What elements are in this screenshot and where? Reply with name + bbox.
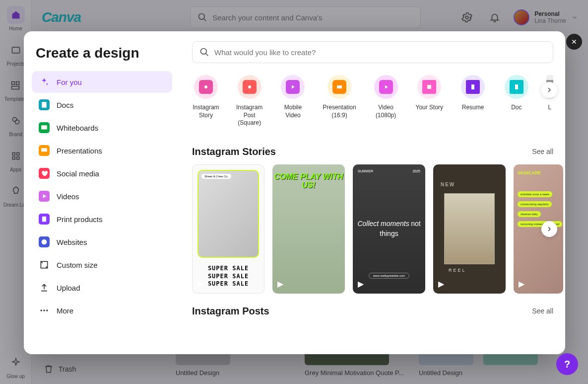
nav-upload[interactable]: Upload bbox=[32, 277, 172, 299]
modal-sidebar: Create a design For you Docs Whiteboards… bbox=[24, 31, 180, 354]
nav-websites[interactable]: Websites bbox=[32, 231, 172, 253]
nav-label: Social media bbox=[57, 169, 99, 178]
type-doc[interactable]: Doc bbox=[503, 75, 530, 127]
svg-point-18 bbox=[41, 309, 42, 311]
stories-scroll-right[interactable] bbox=[541, 221, 557, 237]
nav-label: More bbox=[57, 307, 73, 315]
heart-icon bbox=[39, 168, 50, 179]
more-icon bbox=[39, 305, 50, 316]
create-design-modal: Create a design For you Docs Whiteboards… bbox=[24, 31, 565, 354]
type-label: Your Story bbox=[416, 104, 444, 112]
story-pill: cleanse daily bbox=[518, 211, 541, 217]
type-label: Instagram Post (Square) bbox=[236, 104, 263, 127]
story-pill: exfoliate once a week bbox=[518, 191, 552, 197]
type-label: Mobile Video bbox=[279, 104, 307, 119]
see-all-link[interactable]: See all bbox=[532, 307, 553, 315]
presentation-icon bbox=[39, 145, 50, 156]
upload-icon bbox=[39, 282, 50, 293]
nav-label: Whiteboards bbox=[57, 124, 98, 132]
type-label: Doc bbox=[511, 104, 522, 112]
type-label: L bbox=[548, 104, 552, 112]
svg-rect-24 bbox=[337, 85, 342, 88]
nav-label: Videos bbox=[57, 192, 79, 201]
play-icon: ▶ bbox=[358, 279, 364, 289]
see-all-link[interactable]: See all bbox=[532, 148, 553, 155]
type-instagram-post[interactable]: Instagram Post (Square) bbox=[236, 75, 263, 127]
whiteboard-icon bbox=[39, 122, 50, 133]
nav-label: Websites bbox=[57, 238, 87, 246]
story-text: SUPER SALE SUPER SALE SUPER SALE bbox=[193, 263, 264, 293]
section-title: Instagram Stories bbox=[192, 146, 276, 157]
section-header: Instagram Stories See all bbox=[192, 146, 553, 157]
nav-custom-size[interactable]: Custom size bbox=[32, 254, 172, 276]
svg-point-20 bbox=[46, 309, 48, 311]
story-url: www.reallygreatsite.com bbox=[369, 273, 410, 279]
type-instagram-story[interactable]: Instagram Story bbox=[192, 75, 220, 127]
nav-whiteboards[interactable]: Whiteboards bbox=[32, 117, 172, 139]
svg-rect-25 bbox=[427, 85, 431, 89]
types-scroll-right[interactable] bbox=[541, 82, 557, 98]
type-mobile-video[interactable]: Mobile Video bbox=[279, 75, 307, 127]
story-frame: NEW REEL bbox=[444, 193, 495, 264]
nav-label: Presentations bbox=[57, 147, 102, 155]
help-button[interactable]: ? bbox=[556, 353, 578, 375]
story-text: Collect moments notthings bbox=[357, 219, 420, 238]
svg-point-19 bbox=[43, 309, 45, 311]
story-header: SUMMER2025 bbox=[358, 169, 420, 173]
sparkle-icon bbox=[39, 77, 50, 87]
help-label: ? bbox=[564, 359, 570, 370]
type-video[interactable]: Video (1080p) bbox=[372, 75, 400, 127]
nav-label: Docs bbox=[57, 101, 73, 109]
nav-label: Print products bbox=[57, 215, 103, 224]
chevron-right-icon bbox=[545, 225, 553, 233]
modal-search[interactable] bbox=[192, 41, 553, 63]
svg-point-16 bbox=[42, 239, 47, 245]
type-label: Resume bbox=[462, 104, 484, 112]
svg-rect-27 bbox=[515, 84, 518, 89]
modal-title: Create a design bbox=[32, 45, 172, 61]
play-icon: ▶ bbox=[277, 279, 283, 289]
svg-point-22 bbox=[204, 85, 207, 88]
type-your-story[interactable]: Your Story bbox=[415, 75, 443, 127]
close-modal-button[interactable] bbox=[566, 34, 582, 50]
website-icon bbox=[39, 236, 50, 247]
svg-rect-14 bbox=[41, 148, 47, 152]
nav-docs[interactable]: Docs bbox=[32, 94, 172, 116]
story-pill: moisturizing regularly bbox=[518, 201, 552, 207]
nav-more[interactable]: More bbox=[32, 300, 172, 321]
section-title: Instagram Posts bbox=[192, 306, 269, 317]
nav-presentations[interactable]: Presentations bbox=[32, 140, 172, 161]
nav-social[interactable]: Social media bbox=[32, 162, 172, 184]
nav-label: For you bbox=[57, 78, 82, 86]
story-text: COME PLAY WITH US! bbox=[272, 172, 345, 190]
story-template-card[interactable]: COME PLAY WITH US! ▶ bbox=[272, 164, 345, 294]
nav-videos[interactable]: Videos bbox=[32, 185, 172, 207]
story-image: Street & Crew Co. bbox=[197, 170, 259, 258]
svg-rect-12 bbox=[42, 102, 46, 108]
svg-rect-13 bbox=[41, 125, 47, 129]
nav-print[interactable]: Print products bbox=[32, 208, 172, 230]
type-presentation[interactable]: Presentation (16:9) bbox=[323, 75, 356, 127]
nav-for-you[interactable]: For you bbox=[32, 71, 172, 93]
svg-rect-15 bbox=[42, 217, 46, 222]
posts-section: Instagram Posts See all bbox=[192, 306, 553, 324]
story-new-label: NEW bbox=[441, 182, 455, 187]
svg-point-23 bbox=[248, 85, 251, 88]
type-label: Instagram Story bbox=[192, 104, 220, 119]
search-icon bbox=[199, 47, 209, 57]
close-icon bbox=[571, 38, 578, 45]
type-label: Presentation (16:9) bbox=[323, 104, 356, 119]
story-reel-label: REEL bbox=[449, 268, 466, 273]
story-template-card[interactable]: NEW REEL ▶ bbox=[433, 164, 506, 294]
svg-rect-26 bbox=[471, 84, 474, 89]
modal-search-input[interactable] bbox=[214, 48, 546, 57]
story-title: SKINCARE bbox=[518, 170, 563, 175]
section-header: Instagram Posts See all bbox=[192, 306, 553, 317]
play-icon: ▶ bbox=[519, 279, 524, 289]
custom-size-icon bbox=[39, 259, 50, 270]
modal-nav: For you Docs Whiteboards Presentations S… bbox=[32, 71, 172, 321]
play-icon: ▶ bbox=[438, 279, 444, 289]
story-template-card[interactable]: Street & Crew Co. SUPER SALE SUPER SALE … bbox=[192, 164, 264, 294]
type-resume[interactable]: Resume bbox=[459, 75, 487, 127]
story-template-card[interactable]: SUMMER2025 Collect moments notthings www… bbox=[353, 164, 425, 294]
